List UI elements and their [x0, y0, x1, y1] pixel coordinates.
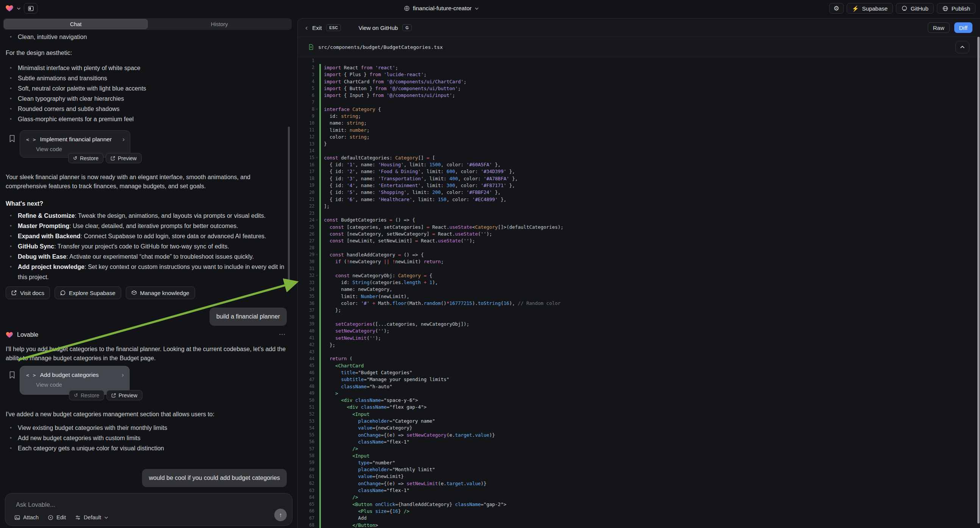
- code-line: 55 onChange={(e) => setNewCategory(e.tar…: [298, 431, 980, 438]
- chevron-left-icon[interactable]: ‹: [305, 24, 308, 32]
- settings-button[interactable]: ⚙: [829, 3, 844, 14]
- toggle-sidebar-button[interactable]: [24, 3, 38, 14]
- restore-label: Restore: [80, 155, 99, 161]
- code-line: 18 { id: '3', name: 'Transportation', li…: [298, 175, 980, 182]
- attach-label: Attach: [23, 514, 39, 520]
- list-item: Add new budget categories with custom li…: [6, 433, 289, 443]
- send-button[interactable]: ↑: [274, 509, 287, 521]
- publish-label: Publish: [951, 5, 970, 12]
- app-window: financial-future-creator ⚙ ⚡Supabase Git…: [0, 0, 980, 528]
- more-menu-icon[interactable]: ⋯: [279, 330, 286, 338]
- tab-history[interactable]: History: [148, 19, 291, 29]
- project-switcher[interactable]: financial-future-creator: [392, 0, 490, 17]
- code-line: 58 <Input: [298, 452, 980, 459]
- tab-chat[interactable]: Chat: [4, 19, 148, 29]
- code-editor[interactable]: 12import React from 'react';3import { Pl…: [298, 57, 980, 528]
- supabase-bolt-icon: ⚡: [852, 6, 859, 11]
- list-item: Expand with Backend: Connect Supabase to…: [6, 231, 289, 241]
- user-message: build a financial planner: [210, 308, 287, 326]
- code-line: 14: [298, 147, 980, 154]
- restore-button[interactable]: ↺Restore: [68, 153, 103, 163]
- supabase-label: Supabase: [862, 5, 888, 12]
- arrow-up-icon: ↑: [279, 512, 282, 518]
- preview-button[interactable]: Preview: [106, 153, 142, 163]
- edit-button[interactable]: Edit: [48, 514, 66, 520]
- code-line: 49 >: [298, 390, 980, 396]
- preview-label: Preview: [118, 155, 137, 161]
- chevron-down-icon[interactable]: [17, 7, 21, 10]
- exit-button[interactable]: Exit: [312, 25, 321, 31]
- code-line: 4import ChartCard from '@/components/ui/…: [298, 78, 980, 85]
- publish-globe-icon: [942, 5, 948, 12]
- code-line: 1: [298, 57, 980, 64]
- chat-panel: Chat History Clean, intuitive navigation…: [0, 17, 298, 528]
- restore-button[interactable]: ↺Restore: [69, 390, 104, 400]
- chevron-down-icon: [104, 516, 108, 519]
- list-item: Rounded corners and subtle shadows: [6, 104, 289, 114]
- list-item: Refine & Customize: Tweak the design, an…: [6, 211, 289, 221]
- code-line: 61 value={newLimit}: [298, 473, 980, 480]
- manage-knowledge-button[interactable]: Manage knowledge: [126, 286, 195, 299]
- code-scrollbar[interactable]: [977, 37, 980, 523]
- code-line: 26 const [newCategory, setNewCategory] =…: [298, 230, 980, 237]
- code-line: 41 setNewLimit('');: [298, 334, 980, 341]
- version-card-title: Add budget categories: [40, 372, 118, 379]
- quick-actions: Visit docs Explore Supabase Manage knowl…: [6, 286, 195, 299]
- external-link-icon: [111, 156, 115, 161]
- collapse-file-button[interactable]: [955, 41, 969, 53]
- code-line: 62 onChange={(e) => setNewLimit(e.target…: [298, 480, 980, 487]
- code-line: 38: [298, 313, 980, 320]
- list-item: GitHub Sync: Transfer your project's cod…: [6, 241, 289, 251]
- explore-supabase-button[interactable]: Explore Supabase: [54, 286, 121, 299]
- supabase-button[interactable]: ⚡Supabase: [846, 3, 893, 14]
- added-file-icon: [309, 44, 313, 50]
- restore-icon: ↺: [74, 393, 78, 398]
- chat-history-tabs: Chat History: [3, 18, 292, 30]
- mode-selector[interactable]: Default: [75, 514, 108, 520]
- code-line: 39 setCategories([...categories, newCate…: [298, 320, 980, 327]
- publish-button[interactable]: Publish: [937, 3, 975, 14]
- chat-bubble-icon: [60, 290, 65, 296]
- restore-label: Restore: [81, 393, 99, 398]
- code-line: 34 name: newCategory,: [298, 286, 980, 293]
- raw-toggle-button[interactable]: Raw: [928, 22, 950, 33]
- diff-toggle-button[interactable]: Diff: [954, 22, 972, 33]
- visit-docs-label: Visit docs: [20, 290, 45, 296]
- code-line: 50 <div className="space-y-6">: [298, 397, 980, 404]
- github-label: GitHub: [911, 5, 929, 12]
- bookmark-icon[interactable]: [9, 371, 15, 379]
- mode-label: Default: [84, 514, 101, 520]
- list-item: Minimalist interface with plenty of whit…: [6, 63, 289, 73]
- code-line: 36 color: '#' + Math.floor(Math.random()…: [298, 300, 980, 307]
- external-link-icon: [111, 393, 116, 398]
- code-line: 60 placeholder="Monthly limit": [298, 466, 980, 473]
- view-code-link[interactable]: View code: [20, 143, 130, 152]
- bookmark-icon[interactable]: [9, 135, 15, 142]
- code-line: 11 limit: number;: [298, 127, 980, 133]
- visit-docs-button[interactable]: Visit docs: [6, 286, 50, 299]
- code-line: 8˅interface Category {: [298, 106, 980, 113]
- chevron-up-icon: [960, 45, 965, 49]
- code-icon: < >: [26, 372, 36, 378]
- file-path: src/components/budget/BudgetCategories.t…: [318, 44, 443, 50]
- code-line: 3import { Plus } from 'lucide-react';: [298, 71, 980, 78]
- chevron-down-icon: [475, 7, 479, 10]
- github-icon: [901, 5, 908, 12]
- code-line: 65 <Button onClick={handleAddCategory} c…: [298, 501, 980, 507]
- chat-scrollbar[interactable]: [288, 127, 290, 290]
- code-line: 33 id: String(categories.length + 1),: [298, 279, 980, 286]
- chat-composer[interactable]: Ask Lovable... Attach Edit Default ↑: [5, 493, 293, 526]
- code-line: 68 </Button>: [298, 522, 980, 528]
- lovable-logo-icon[interactable]: [5, 4, 14, 13]
- github-button[interactable]: GitHub: [896, 3, 934, 14]
- view-on-github-button[interactable]: View on GitHub: [358, 25, 398, 31]
- code-line: 48 className="h-auto": [298, 383, 980, 390]
- list-item: Glass-morphic elements for a premium fee…: [6, 114, 289, 124]
- code-line: 54 value={newCategory}: [298, 425, 980, 431]
- code-line: 35 limit: Number(newLimit),: [298, 293, 980, 300]
- preview-button[interactable]: Preview: [107, 390, 142, 400]
- file-path-bar[interactable]: src/components/budget/BudgetCategories.t…: [298, 37, 980, 57]
- attach-button[interactable]: Attach: [14, 514, 39, 520]
- project-name: financial-future-creator: [413, 5, 472, 12]
- view-code-link[interactable]: View code: [20, 379, 129, 388]
